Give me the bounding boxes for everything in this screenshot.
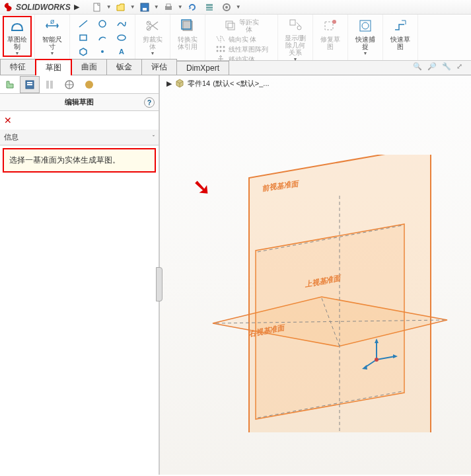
circle-tool-icon[interactable] <box>93 17 112 30</box>
svg-point-14 <box>118 35 126 40</box>
trim-button[interactable]: 剪裁实 体 ▼ <box>138 16 167 57</box>
svg-point-27 <box>219 50 221 52</box>
svg-rect-13 <box>80 35 87 40</box>
info-section-header[interactable]: 信息 ˇ <box>0 130 159 145</box>
arc-tool-icon[interactable] <box>93 31 112 44</box>
polygon-tool-icon[interactable] <box>74 45 92 58</box>
svg-point-12 <box>99 20 106 27</box>
expand-icon[interactable]: ⤢ <box>456 62 467 73</box>
save-icon[interactable] <box>137 1 153 14</box>
search-icon[interactable]: 🔍 <box>413 62 423 73</box>
panel-splitter[interactable] <box>156 267 163 301</box>
svg-point-9 <box>225 6 228 9</box>
quick-snap-button[interactable]: 快速捕 捉 ▼ <box>351 16 380 57</box>
svg-rect-10 <box>11 30 23 31</box>
svg-point-45 <box>375 358 379 362</box>
svg-rect-5 <box>206 4 213 6</box>
info-message: 选择一基准面为实体生成草图。 <box>3 148 156 173</box>
mirror-icon[interactable] <box>215 35 226 43</box>
reference-planes[interactable]: 前视基准面 上视基准面 右视基准面 <box>186 155 451 432</box>
ribbon: 草图绘 制 ▼ ø 智能尺 寸 ▼ A 剪裁实 体 ▼ 转换实 体引用 <box>0 15 471 61</box>
pattern-icon[interactable] <box>215 45 226 53</box>
tab-sheetmetal[interactable]: 钣金 <box>106 59 142 75</box>
config-name[interactable]: (默认< <默认>_... <box>213 79 269 89</box>
quick-access-toolbar: ▼ ▼ ▼ ▼ ▼ <box>89 1 241 14</box>
svg-rect-7 <box>206 9 213 11</box>
svg-rect-33 <box>360 20 371 31</box>
tab-evaluate[interactable]: 评估 <box>141 59 177 75</box>
part-name[interactable]: 零件14 <box>188 79 210 89</box>
graphics-viewport[interactable]: ▶ 零件14 (默认< <默认>_... <box>160 75 471 475</box>
svg-point-15 <box>101 50 104 53</box>
offset-icon[interactable] <box>225 20 236 30</box>
sketch-tools-grid: A <box>73 16 132 60</box>
svg-point-32 <box>332 20 336 24</box>
app-logo: SOLIDWORKS <box>3 1 71 13</box>
svg-rect-37 <box>27 84 32 85</box>
property-manager: 编辑草图 ? ✕ 信息 ˇ 选择一基准面为实体生成草图。 <box>0 75 160 475</box>
collapse-icon[interactable]: ˇ <box>153 134 155 141</box>
tab-surface[interactable]: 曲面 <box>71 59 107 75</box>
tab-dimxpert[interactable]: DimXpert <box>176 61 229 75</box>
svg-text:A: A <box>119 48 124 56</box>
dropdown-icon[interactable]: ▼ <box>106 1 112 14</box>
new-file-icon[interactable] <box>89 1 105 14</box>
show-hide-button[interactable]: 显示/删 除几何 关系 ▼ <box>281 16 310 57</box>
svg-rect-29 <box>290 20 295 25</box>
rebuild-icon[interactable] <box>184 1 200 14</box>
svg-point-28 <box>223 50 225 52</box>
ellipse-tool-icon[interactable] <box>112 31 131 44</box>
rectangle-tool-icon[interactable] <box>74 31 92 44</box>
svg-rect-39 <box>50 81 53 89</box>
svg-rect-36 <box>27 82 32 83</box>
rapid-sketch-button[interactable]: 快速草 图 <box>386 16 415 57</box>
tab-features[interactable]: 特征 <box>0 59 36 75</box>
dropdown-icon[interactable]: ▼ <box>236 1 241 14</box>
smart-dimension-button[interactable]: ø 智能尺 寸 ▼ <box>38 16 67 57</box>
svg-rect-38 <box>46 81 49 89</box>
svg-rect-6 <box>206 7 213 9</box>
svg-rect-22 <box>228 23 235 30</box>
help-icon[interactable]: ? <box>144 97 155 108</box>
close-panel-icon[interactable]: ✕ <box>0 111 159 130</box>
config-tab-icon[interactable] <box>40 76 59 93</box>
feature-tree-tab-icon[interactable] <box>0 76 20 93</box>
svg-point-23 <box>216 46 218 48</box>
open-file-icon[interactable] <box>113 1 129 14</box>
tab-sketch[interactable]: 草图 <box>35 59 72 75</box>
zoom-icon[interactable]: 🔎 <box>427 62 438 73</box>
point-tool-icon[interactable] <box>93 45 112 58</box>
svg-point-26 <box>216 50 218 52</box>
svg-point-24 <box>219 46 221 48</box>
print-icon[interactable] <box>161 1 176 14</box>
app-title: SOLIDWORKS <box>16 3 71 12</box>
dropdown-icon[interactable]: ▼ <box>154 1 159 14</box>
options-icon[interactable] <box>201 1 217 14</box>
svg-rect-31 <box>325 22 333 30</box>
svg-point-34 <box>362 22 369 29</box>
dropdown-icon[interactable]: ▼ <box>178 1 183 14</box>
filter-icon[interactable]: 🔧 <box>442 62 453 73</box>
svg-point-41 <box>85 81 93 89</box>
settings-icon[interactable] <box>219 1 235 14</box>
sketch-draw-button[interactable]: 草图绘 制 ▼ <box>3 16 32 57</box>
svg-text:ø: ø <box>50 18 55 25</box>
breadcrumb: ▶ 零件14 (默认< <默认>_... <box>166 78 270 89</box>
part-icon <box>174 78 185 89</box>
spline-tool-icon[interactable] <box>112 17 131 30</box>
text-tool-icon[interactable]: A <box>112 45 131 58</box>
svg-point-30 <box>297 26 301 30</box>
svg-rect-2 <box>143 8 147 11</box>
render-tab-icon[interactable] <box>79 76 99 93</box>
panel-title: 编辑草图 ? <box>0 94 159 111</box>
line-tool-icon[interactable] <box>74 17 92 30</box>
repair-button[interactable]: 修复草 图 <box>316 16 345 57</box>
convert-button[interactable]: 转换实 体引用 <box>173 16 202 57</box>
chevron-right-icon[interactable]: ▶ <box>73 4 80 11</box>
dim-tab-icon[interactable] <box>59 76 79 93</box>
chevron-right-icon[interactable]: ▶ <box>166 79 172 88</box>
svg-rect-21 <box>226 21 233 28</box>
property-tab-icon[interactable] <box>20 76 40 93</box>
dropdown-icon[interactable]: ▼ <box>130 1 135 14</box>
command-tabs: 特征 草图 曲面 钣金 评估 DimXpert 🔍 🔎 🔧 ⤢ <box>0 61 471 75</box>
